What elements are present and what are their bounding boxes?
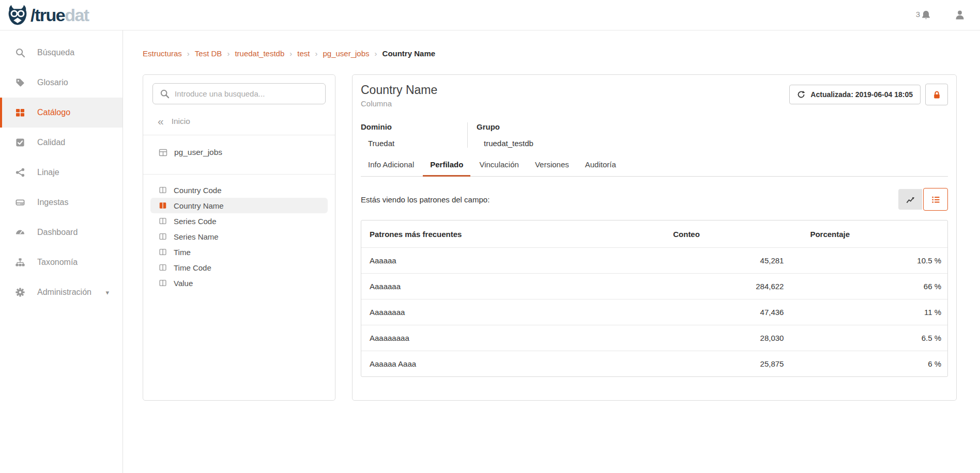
column-item-time[interactable]: Time [150, 244, 328, 260]
sidebar-item-label: Taxonomía [37, 258, 78, 267]
sidebar-item-label: Administración [37, 288, 91, 297]
main-content: Estructuras › Test DB › truedat_testdb ›… [123, 30, 980, 473]
column-item-value[interactable]: Value [150, 275, 328, 291]
breadcrumb-current: Country Name [382, 49, 436, 58]
sitemap-icon [14, 257, 26, 267]
breadcrumb-link-pg-user-jobs[interactable]: pg_user_jobs [323, 49, 369, 58]
list-view-button[interactable] [923, 188, 948, 211]
sidebar-item-administracion[interactable]: Administración ▾ [0, 277, 122, 307]
metadata-fields: Dominio Truedat Grupo truedat_testdb [361, 122, 948, 148]
column-item-series-code[interactable]: Series Code [150, 213, 328, 229]
logo-wordmark: /truedat [30, 6, 89, 24]
user-menu-button[interactable] [954, 9, 966, 21]
column-item-country-name[interactable]: Country Name [150, 198, 328, 213]
notifications-button[interactable]: 3 [916, 10, 931, 21]
gear-icon [14, 287, 26, 297]
truedat-logo[interactable]: /truedat [7, 4, 89, 26]
sidebar-item-ingestas[interactable]: Ingestas [0, 187, 122, 217]
sidebar-item-linaje[interactable]: Linaje [0, 157, 122, 187]
table-row: Aaaaaaaaa 28,030 6.5 % [361, 325, 947, 351]
sidebar-item-label: Catálogo [37, 108, 70, 117]
tab-vinculacion[interactable]: Vinculación [472, 160, 526, 177]
column-item-label: Time [174, 248, 191, 257]
chart-line-icon [906, 195, 915, 204]
sidebar-item-glosario[interactable]: Glosario [0, 68, 122, 98]
tab-auditoria[interactable]: Auditoría [578, 160, 623, 177]
pattern-cell: Aaaaaaaaa [361, 325, 640, 351]
breadcrumb-link-estructuras[interactable]: Estructuras [143, 49, 182, 58]
check-square-icon [14, 137, 26, 148]
sidebar-item-busqueda[interactable]: Búsqueda [0, 38, 122, 68]
count-cell: 25,875 [640, 351, 792, 376]
owl-logo-icon [7, 4, 28, 26]
column-header-conteo: Conteo [640, 220, 792, 247]
breadcrumb-link-testdb[interactable]: Test DB [195, 49, 222, 58]
sidebar-item-label: Ingestas [37, 198, 68, 207]
lock-button[interactable] [925, 84, 948, 105]
sidebar-item-catalogo[interactable]: Catálogo [0, 98, 122, 128]
gauge-icon [14, 227, 26, 238]
sidebar-item-calidad[interactable]: Calidad [0, 128, 122, 157]
column-item-label: Time Code [174, 263, 211, 272]
table-row: Aaaaaaa 284,622 66 % [361, 273, 947, 299]
updated-label: Actualizada: 2019-06-04 18:05 [810, 90, 913, 99]
column-header-patterns: Patrones más frecuentes [361, 220, 640, 247]
field-value: truedat_testdb [477, 139, 948, 148]
tab-info-adicional[interactable]: Info Adicional [361, 160, 421, 177]
column-header-porcentaje: Porcentaje [792, 220, 947, 247]
drive-icon [14, 197, 26, 208]
notification-count: 3 [916, 10, 920, 19]
sidebar-item-label: Calidad [37, 138, 65, 147]
chevron-down-icon: ▾ [105, 289, 109, 296]
column-item-time-code[interactable]: Time Code [150, 260, 328, 275]
share-icon [14, 167, 26, 178]
column-item-label: Country Code [174, 186, 222, 195]
column-icon [159, 248, 167, 256]
tree-back-home[interactable]: « Inicio [158, 113, 326, 130]
breadcrumb-link-test[interactable]: test [297, 49, 310, 58]
tab-perfilado[interactable]: Perfilado [423, 160, 470, 177]
column-item-country-code[interactable]: Country Code [150, 182, 328, 198]
tree-item-pg-user-jobs[interactable]: pg_user_jobs [143, 135, 335, 169]
table-row: Aaaaaa 45,281 10.5 % [361, 247, 947, 273]
list-icon [931, 195, 941, 204]
refresh-updated-button[interactable]: Actualizada: 2019-06-04 18:05 [789, 85, 921, 104]
tree-back-label: Inicio [172, 117, 190, 126]
breadcrumb-link-truedat-testdb[interactable]: truedat_testdb [235, 49, 284, 58]
sidebar-item-dashboard[interactable]: Dashboard [0, 217, 122, 247]
pattern-cell: Aaaaaaa [361, 273, 640, 299]
count-cell: 28,030 [640, 325, 792, 351]
breadcrumb-separator: › [187, 49, 190, 58]
sidebar-item-label: Glosario [37, 78, 68, 87]
chart-view-button[interactable] [898, 189, 922, 210]
column-icon [159, 186, 167, 194]
breadcrumb-separator: › [289, 49, 292, 58]
sidebar-item-taxonomia[interactable]: Taxonomía [0, 247, 122, 277]
table-row: Aaaaaaaa 47,436 11 % [361, 299, 947, 325]
view-toggle-group [898, 188, 948, 211]
column-item-label: Country Name [174, 201, 224, 210]
count-cell: 284,622 [640, 273, 792, 299]
lock-icon [932, 90, 942, 100]
pattern-cell: Aaaaaaaa [361, 299, 640, 325]
field-dominio: Dominio Truedat [361, 122, 467, 148]
count-cell: 45,281 [640, 247, 792, 273]
column-icon [159, 279, 167, 287]
percent-cell: 10.5 % [792, 247, 947, 273]
column-item-series-name[interactable]: Series Name [150, 229, 328, 244]
field-label: Grupo [477, 122, 948, 131]
search-icon [160, 89, 170, 99]
detail-tabs: Info Adicional Perfilado Vinculación Ver… [361, 160, 948, 177]
column-list: Country Code Country Name [143, 182, 335, 291]
field-label: Dominio [361, 122, 467, 131]
field-value: Truedat [361, 139, 467, 148]
patterns-table: Patrones más frecuentes Conteo Porcentaj… [361, 220, 948, 377]
table-header-row: Patrones más frecuentes Conteo Porcentaj… [361, 220, 947, 247]
percent-cell: 11 % [792, 299, 947, 325]
tab-versiones[interactable]: Versiones [528, 160, 576, 177]
sidebar-item-label: Búsqueda [37, 48, 74, 57]
column-icon [159, 217, 167, 225]
tree-search-input[interactable] [152, 83, 326, 104]
structure-detail-panel: Country Name Columna Actualizada: 2019-0… [352, 74, 957, 401]
column-icon [159, 201, 167, 210]
